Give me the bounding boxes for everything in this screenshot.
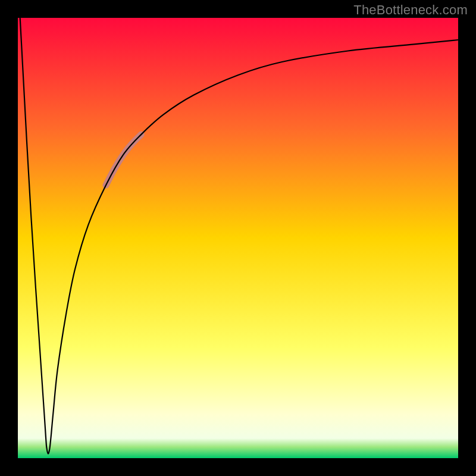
- watermark-text: TheBottleneck.com: [353, 2, 468, 18]
- chart-svg: [0, 0, 476, 476]
- chart-stage: TheBottleneck.com: [0, 0, 476, 476]
